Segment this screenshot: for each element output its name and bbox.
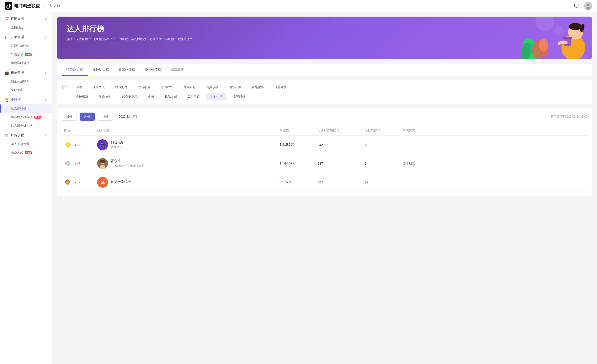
influencer-name-1: 抖音电影 [111,140,124,144]
fans-cell-3: 35.15万 [280,180,317,184]
sidebar-section-delivery-header[interactable]: 🛒 带货设置 ▲ [0,131,52,140]
on-board-info-icon[interactable]: ? [378,129,381,132]
filter-bar: 行业 不限 珠宝文玩 钟表配饰 智能家居 运动户外 鞋靴箱包 玩具乐器 图书音像… [57,80,592,104]
svg-point-18 [539,38,549,52]
rank-change-2: ▲ +3 [74,162,80,165]
calendar-icon [133,115,137,119]
account-items: 佣金分成账单 余额管理 [0,77,52,94]
profile-setting-label: 达人主页设置 [11,142,29,146]
filter-tag-jewelry[interactable]: 珠宝文玩 [89,84,109,91]
rank-arrow-3: ▲ [74,181,77,184]
col-fans: 粉丝数 [280,128,317,133]
influencer-name-2: 罗永浩 [111,159,144,163]
period-daily-button[interactable]: 日榜 [62,112,77,121]
sidebar-section-ranking-label: 排行榜 [11,98,44,102]
filter-tag-baby[interactable]: 母婴宠物 [271,84,291,91]
orders-chevron-icon: ▲ [44,36,47,39]
table-row: ▲ +1 🎬 抖音电影 本地生活 1,215.6万 942 2 [62,135,588,154]
filter-tag-clothing[interactable]: 服饰内衣 [95,93,115,100]
talent-ranking-label: 达人排行榜 [11,106,26,111]
filter-tag-watches[interactable]: 钟表配饰 [111,84,131,91]
tab-settlement-rate[interactable]: 结算率榜 [166,64,189,76]
brand-name: 电商精选联盟 [14,3,40,9]
filter-tag-all[interactable]: 不限 [72,84,86,91]
industry-index-cell-2: 937 [317,162,365,166]
fans-cell-1: 1,215.6万 [280,143,317,147]
sidebar-section-account-header[interactable]: 💼 账单管理 ▲ [0,68,52,77]
broadcast-icon: 📅 [5,17,9,21]
industry-index-info-icon[interactable]: ? [337,129,340,132]
sidebar-section-orders-header[interactable]: 📋 订单管理 ▲ [0,33,52,42]
sidebar-item-group-ranking[interactable]: 撮合团长机构榜 New [0,113,52,121]
sidebar-item-export-records[interactable]: 导出记录 New [0,50,52,59]
filter-tag-secondhand[interactable]: 二手闲置 [184,93,204,100]
sidebar-item-logistics[interactable]: 物流实时监控 [0,59,52,67]
on-board-cell-3: 22 [365,180,403,184]
service-ranking-label: 达人服务机构榜 [11,123,32,128]
sidebar-item-contact[interactable]: 联系方式 New [0,148,52,157]
sidebar-section-ranking: 🏆 排行榜 ▲ 达人排行榜 撮合团长机构榜 New 达人服务机构榜 [0,95,52,130]
update-time: 榜单更新于2022-01-24 15:00 [551,115,588,119]
filter-tag-shoes[interactable]: 鞋靴箱包 [180,84,199,91]
orders-icon: 📋 [5,35,9,39]
table-row: ▲ +2 🐔 德克士吃鸡社 35.15万 927 22 [62,173,588,192]
sidebar-item-broadcast-calendar[interactable]: 直播日历 [0,23,52,32]
sidebar-section-broadcast: 📅 直播日历 ▲ 直播日历 [0,14,52,32]
sidebar-section-ranking-header[interactable]: 🏆 排行榜 ▲ [0,95,52,104]
industry-index-cell-1: 942 [317,143,365,147]
influencer-info-3: 德克士吃鸡社 [111,180,131,185]
filter-tag-outdoor[interactable]: 运动户外 [157,84,177,91]
influencer-info-1: 抖音电影 本地生活 [111,140,124,149]
fans-cell-2: 1,744.67万 [280,161,317,166]
date-selector[interactable]: 2022-3周 [116,113,140,120]
rank-arrow-1: ▲ [74,143,77,146]
message-icon-button[interactable] [573,2,581,10]
on-board-cell-2: 34 [365,162,403,166]
user-avatar[interactable] [584,2,592,10]
delivery-items: 达人主页设置 联系方式 New [0,140,52,157]
sidebar-item-order-detail[interactable]: 联盟订单明细 [0,42,52,50]
rank-cell-2: ▲ +3 [64,160,97,167]
filter-tag-toys[interactable]: 玩具乐器 [202,84,222,91]
sidebar-item-commission[interactable]: 佣金分成账单 [0,77,52,86]
header: 电商精选联盟 达人版 [0,0,597,12]
tab-fan-value[interactable]: 粉丝价值榜 [140,64,166,76]
tab-growth[interactable]: 成长达人榜 [88,64,114,76]
filter-tag-fresh[interactable]: 生鲜 [144,93,158,100]
tab-carry-ability[interactable]: 带货能力榜 [62,64,88,76]
sidebar-item-service-ranking[interactable]: 达人服务机构榜 [0,121,52,130]
sidebar-item-profile-setting[interactable]: 达人主页设置 [0,140,52,148]
sidebar-section-account-label: 账单管理 [11,71,44,75]
broadcast-calendar-label: 直播日历 [11,25,23,30]
filter-tag-gifts[interactable]: 礼品文创 [161,93,181,100]
tabs-bar: 带货能力榜 成长达人榜 直播热度榜 粉丝价值榜 结算率榜 [57,64,592,76]
account-icon: 💼 [5,71,9,75]
rank-badge-3 [64,178,71,186]
tab-live-heat[interactable]: 直播热度榜 [114,64,140,76]
filter-tag-food[interactable]: 食品饮料 [248,84,268,91]
rank-cell-1: ▲ +1 [64,141,97,149]
account-chevron-icon: ▲ [44,71,47,74]
rank-cell-3: ▲ +2 [64,178,97,186]
filter-tag-smart-home[interactable]: 智能家居 [134,84,154,91]
sidebar-section-broadcast-header[interactable]: 📅 直播日历 ▲ [0,14,52,23]
svg-point-13 [569,23,582,30]
sidebar-item-talent-ranking[interactable]: 达人排行榜 [0,104,52,113]
filter-row-1: 行业 不限 珠宝文玩 钟表配饰 智能家居 运动户外 鞋靴箱包 玩具乐器 图书音像… [62,84,588,91]
orders-items: 联盟订单明细 导出记录 New 物流实时监控 [0,42,52,67]
filter-tag-electronics[interactable]: 3C数码家电 [118,93,141,100]
table-header: 排名 达人信息 粉丝数 行业带货指数 ? 上榜次数 ? 所属机构 [62,125,588,135]
period-weekly-button[interactable]: 周榜 [80,112,95,121]
filter-tag-books[interactable]: 图书音像 [225,84,245,91]
sidebar-item-balance[interactable]: 余额管理 [0,86,52,94]
period-monthly-button[interactable]: 月榜 [98,112,113,121]
order-detail-label: 联盟订单明细 [11,44,29,48]
filter-tag-agriculture[interactable]: 农资绿植 [229,93,249,100]
rank-arrow-2: ▲ [74,162,77,165]
rank-change-1: ▲ +1 [74,143,80,146]
rank-change-3: ▲ +2 [74,181,80,184]
filter-tag-local-life[interactable]: 本地生活 [206,93,226,100]
contact-badge: New [25,151,32,154]
filter-tag-personal-care[interactable]: 个护家清 [72,93,92,100]
banner-plant-icon [531,36,550,57]
